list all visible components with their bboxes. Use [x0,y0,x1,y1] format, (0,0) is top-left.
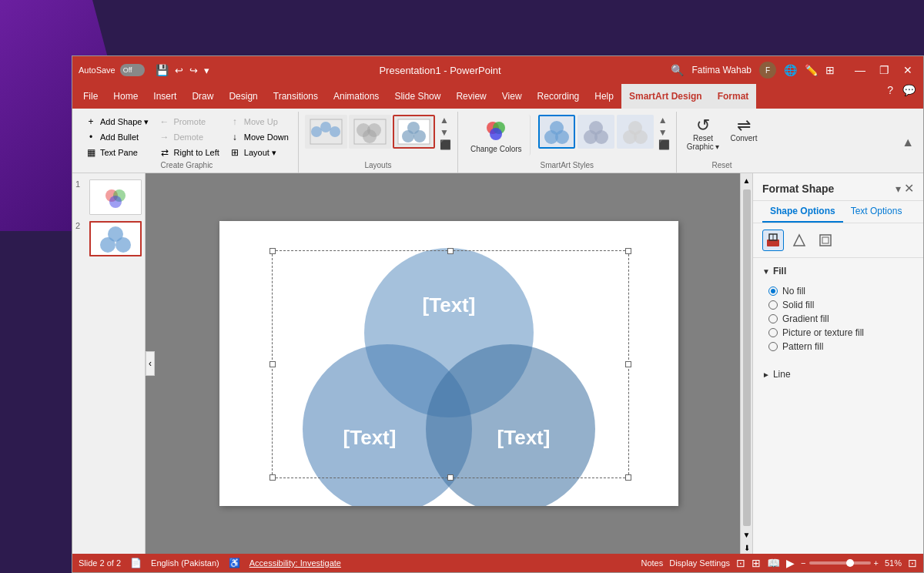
solid-fill-radio[interactable] [768,300,778,310]
style-scroll-down[interactable]: ▼ [658,127,670,138]
smartart-style-1[interactable] [538,115,575,149]
search-icon[interactable]: 🔍 [671,64,684,76]
promote-button[interactable]: ← Promote [156,115,223,129]
quick-access-icon[interactable]: ▾ [204,65,209,76]
menu-design[interactable]: Design [221,84,265,109]
help-icon[interactable]: ? [882,84,898,109]
handle-br[interactable] [625,474,631,481]
reset-graphic-button[interactable]: ↺ ResetGraphic ▾ [683,115,724,153]
handle-tm[interactable] [447,248,454,254]
scroll-up-button[interactable]: ▲ [740,173,752,188]
picture-texture-radio[interactable] [768,328,778,337]
zoom-thumb[interactable] [846,559,854,567]
gradient-fill-option[interactable]: Gradient fill [768,312,914,326]
handle-ml[interactable] [270,361,276,367]
menu-slideshow[interactable]: Slide Show [387,84,448,109]
layout-button[interactable]: ⊞ Layout ▾ [226,146,292,159]
layout-thumb-1[interactable] [305,115,347,149]
slide-sorter-button[interactable]: ⊞ [752,557,761,569]
fit-slide-button[interactable]: ⊡ [908,557,917,569]
view-icon[interactable]: ⊞ [825,64,835,76]
scroll-end-button[interactable]: ⬇ [742,542,752,554]
zoom-in-button[interactable]: + [874,558,879,568]
add-shape-button[interactable]: + Add Shape ▾ [82,115,152,129]
move-down-button[interactable]: ↓ Move Down [226,130,292,144]
slide-2-thumb[interactable]: 2 [75,221,142,256]
minimize-button[interactable]: — [850,62,870,78]
menu-help[interactable]: Help [587,84,621,109]
slide-1-thumb[interactable]: 1 [75,179,142,215]
display-settings-button[interactable]: Display Settings [669,558,730,568]
accessibility-label[interactable]: Accessibility: Investigate [249,558,341,568]
layout-thumb-3[interactable] [393,115,435,149]
handle-bl[interactable] [270,474,276,481]
move-up-button[interactable]: ↑ Move Up [226,115,292,129]
menu-recording[interactable]: Recording [530,84,588,109]
menu-smartart-design[interactable]: SmartArt Design [621,84,710,109]
line-section-header[interactable]: ► Line [762,366,914,383]
zoom-level[interactable]: 51% [885,558,902,568]
smartart-style-2[interactable] [578,115,614,149]
reading-view-button[interactable]: 📖 [767,557,780,569]
handle-tr[interactable] [625,248,631,254]
format-panel-close[interactable]: ✕ [904,181,914,196]
layout-scroll-up[interactable]: ▲ [440,115,451,126]
layout-expand[interactable]: ⬛ [440,139,451,150]
right-to-left-button[interactable]: ⇄ Right to Left [156,146,223,159]
handle-bm[interactable] [447,474,454,481]
picture-texture-option[interactable]: Picture or texture fill [768,326,914,340]
undo-icon[interactable]: ↩ [175,65,183,76]
menu-draw[interactable]: Draw [184,84,221,109]
menu-file[interactable]: File [75,84,105,109]
menu-view[interactable]: View [494,84,530,109]
menu-transitions[interactable]: Transitions [266,84,326,109]
style-scroll-up[interactable]: ▲ [658,115,670,126]
size-properties-icon[interactable] [815,230,836,251]
save-icon[interactable]: 💾 [156,64,169,76]
no-fill-option[interactable]: No fill [768,284,914,298]
demote-button[interactable]: → Demote [156,130,223,144]
menu-insert[interactable]: Insert [146,84,184,109]
menu-home[interactable]: Home [105,84,146,109]
solid-fill-option[interactable]: Solid fill [768,298,914,312]
scroll-thumb[interactable] [743,189,751,526]
restore-button[interactable]: ❐ [875,62,894,78]
change-colors-button[interactable]: Change Colors [464,115,531,156]
share-icon[interactable]: 🌐 [784,64,797,76]
zoom-track[interactable] [809,561,871,565]
menu-animations[interactable]: Animations [326,84,387,109]
comment-icon[interactable]: 💬 [898,84,920,109]
handle-tl[interactable] [270,248,276,254]
notes-button[interactable]: Notes [641,558,663,568]
scroll-down-button[interactable]: ▼ [740,528,752,542]
autosave-toggle[interactable]: Off [120,64,145,76]
fill-line-icon[interactable] [762,230,784,251]
shape-options-tab[interactable]: Shape Options [762,201,843,223]
shape-effects-icon[interactable] [788,230,810,251]
gradient-fill-radio[interactable] [768,314,778,323]
ribbon-collapse-button[interactable]: ▲ [899,112,917,173]
edit-icon[interactable]: ✏️ [805,64,818,76]
redo-icon[interactable]: ↪ [189,65,198,76]
handle-mr[interactable] [625,361,631,367]
no-fill-radio[interactable] [768,286,778,296]
collapse-panel-arrow[interactable]: ‹ [146,351,155,376]
layout-thumb-2[interactable] [349,115,391,149]
menu-format[interactable]: Format [710,84,757,109]
style-expand[interactable]: ⬛ [658,139,670,150]
menu-review[interactable]: Review [448,84,494,109]
normal-view-button[interactable]: ⊡ [736,557,745,569]
smartart-style-3[interactable] [617,115,654,149]
text-pane-button[interactable]: ▦ Text Pane [82,146,152,159]
fill-section-header[interactable]: ▼ Fill [762,263,914,280]
close-button[interactable]: ✕ [899,62,917,78]
pattern-fill-radio[interactable] [768,342,778,351]
zoom-out-button[interactable]: − [801,558,805,568]
slideshow-button[interactable]: ▶ [786,557,795,569]
format-panel-collapse[interactable]: ▾ [896,183,901,195]
add-bullet-button[interactable]: • Add Bullet [82,130,152,144]
pattern-fill-option[interactable]: Pattern fill [768,340,914,354]
layout-scroll-down[interactable]: ▼ [440,127,451,138]
text-options-tab[interactable]: Text Options [843,201,910,223]
convert-button[interactable]: ⇌ Convert [726,115,761,145]
